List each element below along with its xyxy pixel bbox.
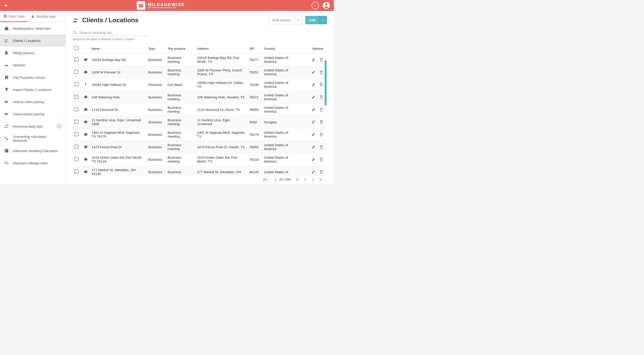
- delete-button[interactable]: [319, 120, 323, 124]
- sidebar-item-6[interactable]: Vehicle-client pairing: [0, 96, 66, 108]
- edit-button[interactable]: [312, 145, 316, 149]
- bulk-actions-caret[interactable]: [294, 16, 302, 24]
- svg-rect-8: [4, 16, 6, 17]
- edit-button[interactable]: [312, 108, 316, 112]
- add-button[interactable]: Add: [305, 16, 327, 24]
- col-name[interactable]: Name: [92, 47, 100, 50]
- delete-button[interactable]: [319, 82, 323, 86]
- first-page-icon: [295, 178, 299, 182]
- first-page-button[interactable]: [295, 178, 299, 182]
- sidebar-item-2[interactable]: Filling stations: [0, 47, 66, 59]
- edit-button[interactable]: [312, 70, 316, 74]
- edit-button[interactable]: [312, 170, 316, 174]
- chevron-right-icon: [311, 178, 315, 182]
- col-address[interactable]: Address: [195, 44, 248, 54]
- delete-button[interactable]: [319, 170, 323, 174]
- cell-zip: 75230: [248, 78, 262, 91]
- row-checkbox[interactable]: [74, 107, 78, 111]
- row-checkbox[interactable]: [74, 82, 78, 86]
- nav-label: Import Clients / Locations: [13, 88, 51, 92]
- help-button[interactable]: [312, 2, 319, 9]
- tab-monthly-trips[interactable]: Monthly trips: [28, 11, 59, 22]
- sidebar-nav: Headquarters / BranchesClients / Locatio…: [0, 22, 66, 169]
- col-purpose[interactable]: Trip purpose: [166, 44, 195, 54]
- add-caret[interactable]: [319, 16, 327, 24]
- bulk-actions-button[interactable]: Bulk actions: [268, 16, 302, 24]
- sidebar-item-3[interactable]: Vehicles: [0, 59, 66, 71]
- last-page-button[interactable]: [318, 178, 322, 182]
- cell-name: 1009 W Pioneer Dr: [90, 66, 146, 78]
- cell-address: 11 Kertész utca, Eger, Unnamed: [195, 116, 248, 128]
- delete-button[interactable]: [319, 95, 323, 99]
- edit-button[interactable]: [312, 82, 316, 86]
- svg-rect-29: [84, 146, 87, 148]
- nav-icon: [4, 124, 9, 128]
- row-checkbox[interactable]: [74, 145, 78, 149]
- sidebar-item-4[interactable]: Trip Purposes Library: [0, 71, 66, 84]
- delete-button[interactable]: [319, 70, 323, 74]
- cell-country: United States of America: [262, 153, 296, 166]
- next-page-button[interactable]: [311, 178, 315, 182]
- trash-icon: [319, 157, 323, 162]
- sidebar-item-5[interactable]: Import Clients / Locations: [0, 84, 66, 96]
- tab-basic-data-label: Basic data: [8, 14, 24, 18]
- help-icon: [314, 4, 317, 7]
- bulk-actions-label: Bulk actions: [269, 16, 294, 24]
- pager: 25 1 - 25 / 694: [72, 175, 327, 184]
- tab-basic-data[interactable]: Basic data: [0, 11, 28, 22]
- delete-button[interactable]: [319, 132, 323, 136]
- brand: MILEAGEWISE IRS-PROOF MILEAGE LOG: [10, 1, 312, 10]
- sidebar-item-9[interactable]: Overwriting calculated distances: [0, 132, 66, 145]
- row-checkbox[interactable]: [74, 120, 78, 124]
- sidebar-item-7[interactable]: Client-vehicle pairing: [0, 108, 66, 120]
- svg-point-20: [76, 18, 78, 20]
- sidebar-item-0[interactable]: Headquarters / Branches: [0, 22, 66, 34]
- edit-button[interactable]: [312, 95, 316, 99]
- brand-logo-icon: [137, 1, 145, 10]
- col-type[interactable]: Type: [146, 44, 166, 54]
- search-box[interactable]: [72, 30, 150, 36]
- sidebar-item-8[interactable]: Recurring daily trips: [0, 120, 66, 132]
- pencil-icon: [312, 170, 316, 174]
- row-checkbox[interactable]: [74, 132, 78, 136]
- col-country[interactable]: Country: [262, 44, 296, 54]
- edit-button[interactable]: [312, 120, 316, 124]
- scrollbar[interactable]: [325, 60, 326, 106]
- svg-point-24: [85, 82, 86, 84]
- cell-purpose: Business meeting: [166, 141, 195, 153]
- page-size-select[interactable]: 25: [263, 178, 270, 181]
- cell-type: Business: [146, 54, 166, 66]
- search-input[interactable]: [79, 30, 150, 35]
- edit-button[interactable]: [312, 132, 316, 136]
- table-row: 106 Watering HoleBusinessBusiness meetin…: [72, 91, 325, 103]
- sidebar-item-1[interactable]: Clients / Locations: [0, 34, 66, 47]
- account-button[interactable]: [322, 2, 330, 9]
- delete-button[interactable]: [319, 58, 323, 62]
- trash-icon: [319, 82, 323, 86]
- row-checkbox[interactable]: [74, 70, 78, 74]
- delete-button[interactable]: [319, 157, 323, 162]
- col-zip[interactable]: ZIP: [248, 44, 262, 54]
- edit-button[interactable]: [312, 58, 316, 62]
- delete-button[interactable]: [319, 108, 323, 112]
- svg-point-19: [74, 18, 76, 20]
- cell-address: 10594 High Hollows Dr, Dallas, TX: [195, 78, 248, 91]
- people-icon: [72, 17, 79, 23]
- row-checkbox[interactable]: [74, 170, 78, 174]
- info-icon[interactable]: [56, 124, 62, 129]
- edit-button[interactable]: [312, 157, 316, 162]
- nav-label: Vehicles: [13, 63, 26, 67]
- select-all-checkbox[interactable]: [74, 46, 78, 50]
- row-checkbox[interactable]: [74, 95, 78, 99]
- pencil-icon: [312, 157, 316, 162]
- row-checkbox[interactable]: [74, 57, 78, 62]
- prev-page-button[interactable]: [303, 178, 307, 182]
- chevron-left-icon: [303, 178, 307, 182]
- sidebar-item-11[interactable]: Standard mileage rates: [0, 157, 66, 169]
- sidebar-item-10[interactable]: Odometer Reading Calculator: [0, 145, 66, 157]
- delete-button[interactable]: [319, 145, 323, 149]
- back-button[interactable]: [4, 3, 10, 8]
- sidebar-tabs: Basic data Monthly trips: [0, 11, 66, 22]
- nav-icon: [4, 136, 9, 141]
- row-checkbox[interactable]: [74, 157, 78, 161]
